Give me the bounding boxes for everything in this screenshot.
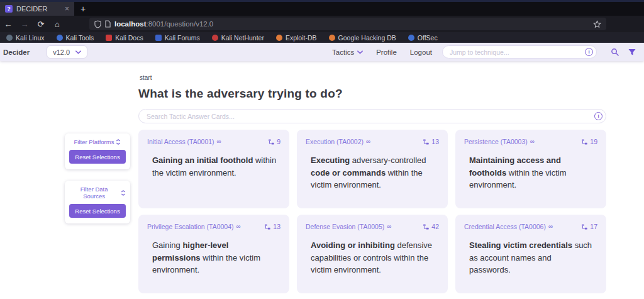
- shield-icon: [94, 20, 101, 28]
- bookmark-item[interactable]: Kali Forums: [155, 34, 200, 42]
- filter-sidebar: Filter Platforms Reset Selections Filter…: [65, 133, 130, 293]
- technique-tree-icon: [582, 139, 587, 145]
- tactic-card-title[interactable]: Execution (TA0002) ∞: [306, 138, 370, 145]
- bookmark-star-icon[interactable]: [593, 20, 601, 28]
- tactic-answer-card[interactable]: Initial Access (TA0001) ∞ 9 Gaining an i…: [138, 130, 289, 208]
- tactic-card-description: Gaining an initial foothold within the v…: [152, 154, 278, 179]
- bookmark-favicon-icon: [329, 35, 335, 41]
- link-icon: ∞: [236, 223, 241, 230]
- collapse-icon: [121, 190, 126, 196]
- bookmark-favicon-icon: [155, 35, 162, 41]
- page-content: Filter Platforms Reset Selections Filter…: [0, 61, 644, 293]
- link-icon: ∞: [548, 223, 553, 230]
- new-tab-button[interactable]: +: [74, 2, 92, 16]
- tactic-card-search-input[interactable]: [147, 113, 594, 120]
- technique-tree-icon: [582, 224, 587, 230]
- page-icon: [105, 20, 111, 28]
- link-icon: ∞: [530, 138, 535, 145]
- filter-panel: Filter Platforms Reset Selections: [65, 133, 130, 169]
- header-nav-logout[interactable]: Logout: [410, 48, 432, 56]
- technique-count-badge: 42: [423, 223, 439, 230]
- tactic-card-title[interactable]: Defense Evasion (TA0005) ∞: [306, 223, 391, 230]
- search-icon[interactable]: [611, 48, 619, 56]
- jump-to-technique-search[interactable]: i: [442, 45, 597, 59]
- bookmark-favicon-icon: [212, 35, 218, 41]
- bookmarks-bar: Kali Linux Kali Tools Kali Docs Kali For…: [0, 32, 644, 43]
- back-icon[interactable]: ←: [0, 20, 16, 29]
- bookmark-favicon-icon: [57, 35, 63, 41]
- tactic-card-title[interactable]: Privilege Escalation (TA0004) ∞: [147, 223, 241, 230]
- technique-tree-icon: [423, 224, 429, 230]
- link-icon: ∞: [366, 138, 370, 145]
- link-icon: ∞: [217, 138, 221, 145]
- tactic-card-title[interactable]: Credential Access (TA0006) ∞: [464, 223, 553, 230]
- technique-count-badge: 9: [269, 138, 280, 145]
- browser-tab-decider[interactable]: ? DECIDER ×: [0, 2, 74, 16]
- tab-bar: ? DECIDER × +: [0, 2, 644, 16]
- app-header: Decider v12.0 Tactics Profile Logout i: [0, 43, 644, 61]
- tactic-card-description: Avoiding or inhibiting defensive capabil…: [311, 239, 436, 276]
- tactic-card-description: Stealing victim credentials such as acco…: [469, 239, 595, 276]
- tab-close-icon[interactable]: ×: [65, 4, 69, 13]
- info-icon[interactable]: i: [585, 48, 593, 56]
- bookmark-item[interactable]: Google Hacking DB: [329, 34, 396, 42]
- url-text: localhost:8001/question/v12.0: [114, 20, 589, 28]
- technique-count-badge: 17: [582, 223, 597, 230]
- screen: ? DECIDER × + ← → ⟳ ⌂ localhost:8001/que…: [0, 0, 644, 299]
- technique-count-badge: 13: [265, 223, 280, 230]
- filter-funnel-icon[interactable]: [628, 48, 636, 56]
- reset-selections-button[interactable]: Reset Selections: [69, 204, 126, 218]
- technique-count-badge: 13: [423, 138, 439, 145]
- reset-selections-button[interactable]: Reset Selections: [69, 150, 126, 164]
- version-value: v12.0: [53, 48, 70, 56]
- technique-count-badge: 19: [582, 138, 597, 145]
- bookmark-item[interactable]: Exploit-DB: [276, 34, 317, 42]
- tactic-card-description: Maintaining access and footholds within …: [469, 154, 595, 191]
- tactic-card-description: Executing adversary-controlled code or c…: [311, 154, 436, 191]
- browser-toolbar: ← → ⟳ ⌂ localhost:8001/question/v12.0: [0, 16, 644, 32]
- bookmark-item[interactable]: Kali NetHunter: [212, 34, 264, 42]
- main-column: start What is the adversary trying to do…: [138, 61, 606, 293]
- tactic-answer-card[interactable]: Credential Access (TA0006) ∞ 17 Stealing…: [455, 215, 606, 293]
- header-nav-profile[interactable]: Profile: [376, 48, 397, 56]
- tactic-answer-card[interactable]: Defense Evasion (TA0005) ∞ 42 Avoiding o…: [297, 215, 448, 293]
- tactic-answer-card[interactable]: Execution (TA0002) ∞ 13 Executing advers…: [297, 130, 448, 208]
- bookmark-item[interactable]: Kali Tools: [57, 34, 94, 42]
- bookmark-favicon-icon: [6, 35, 13, 41]
- breadcrumb[interactable]: start: [140, 74, 606, 81]
- forward-icon[interactable]: →: [16, 20, 33, 29]
- reload-icon[interactable]: ⟳: [33, 20, 49, 29]
- filter-panel-toggle[interactable]: Filter Platforms: [69, 138, 126, 145]
- chevron-down-icon: [75, 50, 81, 54]
- chevron-down-icon: [357, 50, 363, 54]
- tactic-card-search[interactable]: i: [138, 109, 606, 123]
- tactic-cards-grid: Initial Access (TA0001) ∞ 9 Gaining an i…: [138, 130, 606, 293]
- tab-title: DECIDER: [16, 5, 61, 13]
- jump-to-technique-input[interactable]: [450, 48, 585, 56]
- info-icon[interactable]: i: [594, 112, 602, 120]
- link-icon: ∞: [387, 223, 391, 230]
- tactic-answer-card[interactable]: Persistence (TA0003) ∞ 19 Maintaining ac…: [455, 130, 606, 208]
- home-icon[interactable]: ⌂: [49, 20, 65, 29]
- collapse-icon: [116, 139, 121, 145]
- tactic-card-title[interactable]: Initial Access (TA0001) ∞: [147, 138, 221, 145]
- filter-panel-toggle[interactable]: Filter Data Sources: [69, 186, 126, 200]
- header-nav-tactics[interactable]: Tactics: [332, 48, 363, 56]
- tactic-card-description: Gaining higher-level permissions within …: [152, 239, 278, 276]
- tactic-answer-card[interactable]: Privilege Escalation (TA0004) ∞ 13 Gaini…: [138, 215, 289, 293]
- technique-tree-icon: [423, 139, 429, 145]
- bookmark-item[interactable]: Kali Docs: [106, 34, 143, 42]
- filter-panel: Filter Data Sources Reset Selections: [65, 181, 130, 223]
- bookmark-favicon-icon: [408, 35, 414, 41]
- bookmark-favicon-icon: [106, 35, 112, 41]
- url-bar[interactable]: localhost:8001/question/v12.0: [89, 18, 606, 30]
- bookmark-favicon-icon: [276, 35, 282, 41]
- version-select[interactable]: v12.0: [47, 45, 87, 59]
- page-title: What is the adversary trying to do?: [138, 87, 606, 101]
- technique-tree-icon: [265, 224, 270, 230]
- tactic-card-title[interactable]: Persistence (TA0003) ∞: [464, 138, 535, 145]
- bookmark-item[interactable]: Kali Linux: [6, 34, 45, 42]
- header-nav: Tactics Profile Logout: [332, 48, 432, 56]
- app-brand: Decider: [3, 48, 30, 56]
- bookmark-item[interactable]: OffSec: [408, 34, 438, 42]
